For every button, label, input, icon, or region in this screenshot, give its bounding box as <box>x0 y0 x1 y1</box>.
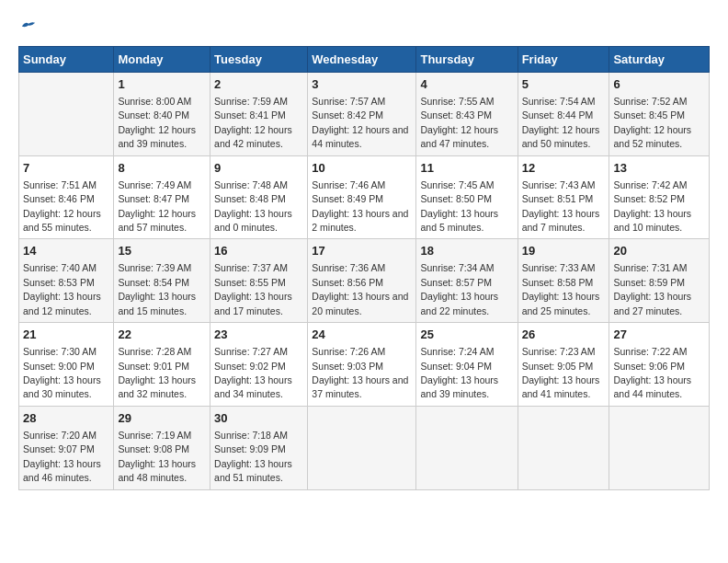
calendar-week-row: 14Sunrise: 7:40 AMSunset: 8:53 PMDayligh… <box>19 239 710 323</box>
day-sunset: Sunset: 8:42 PM <box>312 109 383 121</box>
day-sunrise: Sunrise: 7:20 AM <box>23 430 97 441</box>
calendar-header-row: SundayMondayTuesdayWednesdayThursdayFrid… <box>19 46 710 72</box>
day-number: 5 <box>522 76 606 93</box>
calendar-cell: 27Sunrise: 7:22 AMSunset: 9:06 PMDayligh… <box>609 323 710 407</box>
day-sunset: Sunset: 8:50 PM <box>420 193 492 204</box>
day-number: 22 <box>118 327 206 343</box>
day-daylight: Daylight: 13 hours and 48 minutes. <box>118 458 196 483</box>
day-daylight: Daylight: 13 hours and 39 minutes. <box>420 374 498 399</box>
day-sunrise: Sunrise: 7:46 AM <box>312 179 385 190</box>
calendar-cell <box>609 406 710 489</box>
day-daylight: Daylight: 13 hours and 5 minutes. <box>420 208 498 233</box>
day-number: 30 <box>214 410 303 427</box>
day-number: 27 <box>613 327 705 343</box>
day-number: 7 <box>23 160 109 177</box>
header-thursday: Thursday <box>416 46 518 72</box>
day-sunset: Sunset: 8:59 PM <box>613 277 685 288</box>
day-daylight: Daylight: 12 hours and 55 minutes. <box>23 208 101 233</box>
day-sunrise: Sunrise: 7:19 AM <box>118 430 191 441</box>
day-daylight: Daylight: 13 hours and 12 minutes. <box>23 291 101 316</box>
day-number: 14 <box>23 243 109 259</box>
day-daylight: Daylight: 13 hours and 17 minutes. <box>214 291 292 316</box>
calendar-cell: 10Sunrise: 7:46 AMSunset: 8:49 PMDayligh… <box>308 155 416 239</box>
day-daylight: Daylight: 12 hours and 42 minutes. <box>214 124 292 149</box>
day-number: 23 <box>214 327 303 343</box>
calendar-cell: 14Sunrise: 7:40 AMSunset: 8:53 PMDayligh… <box>19 239 114 323</box>
calendar-cell: 16Sunrise: 7:37 AMSunset: 8:55 PMDayligh… <box>210 239 308 323</box>
day-sunset: Sunset: 8:46 PM <box>23 193 95 204</box>
day-number: 21 <box>23 327 109 343</box>
day-number: 9 <box>214 160 303 177</box>
header-tuesday: Tuesday <box>210 46 308 72</box>
day-daylight: Daylight: 13 hours and 46 minutes. <box>23 458 101 483</box>
day-sunset: Sunset: 9:09 PM <box>214 443 286 454</box>
day-daylight: Daylight: 13 hours and 7 minutes. <box>522 208 600 233</box>
day-sunrise: Sunrise: 7:54 AM <box>522 96 596 107</box>
calendar-cell: 8Sunrise: 7:49 AMSunset: 8:47 PMDaylight… <box>114 155 210 239</box>
day-number: 17 <box>312 243 412 259</box>
day-daylight: Daylight: 13 hours and 34 minutes. <box>214 374 292 399</box>
calendar-cell: 30Sunrise: 7:18 AMSunset: 9:09 PMDayligh… <box>210 406 308 489</box>
day-number: 29 <box>118 410 206 427</box>
day-sunrise: Sunrise: 7:39 AM <box>118 262 191 273</box>
calendar-week-row: 7Sunrise: 7:51 AMSunset: 8:46 PMDaylight… <box>19 155 710 239</box>
calendar-cell <box>308 406 416 489</box>
day-sunset: Sunset: 9:00 PM <box>23 361 95 372</box>
calendar-cell <box>518 406 609 489</box>
calendar-cell: 3Sunrise: 7:57 AMSunset: 8:42 PMDaylight… <box>308 72 416 155</box>
calendar-cell: 28Sunrise: 7:20 AMSunset: 9:07 PMDayligh… <box>19 406 114 489</box>
calendar-cell: 18Sunrise: 7:34 AMSunset: 8:57 PMDayligh… <box>416 239 518 323</box>
day-number: 20 <box>613 243 705 259</box>
day-sunset: Sunset: 8:52 PM <box>613 193 685 204</box>
calendar-week-row: 1Sunrise: 8:00 AMSunset: 8:40 PMDaylight… <box>19 72 710 155</box>
day-sunrise: Sunrise: 7:48 AM <box>214 179 288 190</box>
calendar-cell: 25Sunrise: 7:24 AMSunset: 9:04 PMDayligh… <box>416 323 518 407</box>
day-number: 2 <box>214 76 303 93</box>
page-header <box>18 18 710 37</box>
day-sunset: Sunset: 9:03 PM <box>312 361 383 372</box>
day-daylight: Daylight: 13 hours and 22 minutes. <box>420 291 498 316</box>
day-number: 3 <box>312 76 412 93</box>
day-sunset: Sunset: 8:55 PM <box>214 277 286 288</box>
day-sunset: Sunset: 8:48 PM <box>214 193 286 204</box>
day-sunrise: Sunrise: 7:34 AM <box>420 262 494 273</box>
calendar-cell: 20Sunrise: 7:31 AMSunset: 8:59 PMDayligh… <box>609 239 710 323</box>
day-sunrise: Sunrise: 7:55 AM <box>420 96 494 107</box>
day-daylight: Daylight: 13 hours and 2 minutes. <box>312 208 408 233</box>
day-sunrise: Sunrise: 7:57 AM <box>312 96 385 107</box>
day-sunset: Sunset: 8:56 PM <box>312 277 383 288</box>
day-daylight: Daylight: 13 hours and 37 minutes. <box>312 374 408 399</box>
day-sunset: Sunset: 9:05 PM <box>522 361 594 372</box>
day-sunrise: Sunrise: 7:59 AM <box>214 96 288 107</box>
day-number: 24 <box>312 327 412 343</box>
day-sunset: Sunset: 8:53 PM <box>23 277 95 288</box>
day-sunrise: Sunrise: 7:43 AM <box>522 179 596 190</box>
day-sunrise: Sunrise: 7:33 AM <box>522 262 596 273</box>
calendar-cell: 7Sunrise: 7:51 AMSunset: 8:46 PMDaylight… <box>19 155 114 239</box>
calendar-cell: 4Sunrise: 7:55 AMSunset: 8:43 PMDaylight… <box>416 72 518 155</box>
day-daylight: Daylight: 13 hours and 15 minutes. <box>118 291 196 316</box>
day-daylight: Daylight: 13 hours and 20 minutes. <box>312 291 408 316</box>
day-sunset: Sunset: 8:51 PM <box>522 193 594 204</box>
day-sunset: Sunset: 8:58 PM <box>522 277 594 288</box>
day-sunrise: Sunrise: 7:26 AM <box>312 346 385 357</box>
day-sunrise: Sunrise: 7:49 AM <box>118 179 191 190</box>
logo <box>18 18 37 37</box>
day-number: 18 <box>420 243 513 259</box>
day-daylight: Daylight: 13 hours and 10 minutes. <box>613 208 691 233</box>
day-sunrise: Sunrise: 8:00 AM <box>118 96 191 107</box>
day-sunset: Sunset: 8:47 PM <box>118 193 189 204</box>
day-sunset: Sunset: 8:44 PM <box>522 109 594 121</box>
day-daylight: Daylight: 12 hours and 50 minutes. <box>522 124 600 149</box>
day-number: 15 <box>118 243 206 259</box>
day-number: 8 <box>118 160 206 177</box>
calendar-cell: 13Sunrise: 7:42 AMSunset: 8:52 PMDayligh… <box>609 155 710 239</box>
day-sunset: Sunset: 9:04 PM <box>420 361 492 372</box>
day-sunrise: Sunrise: 7:24 AM <box>420 346 494 357</box>
day-sunset: Sunset: 9:01 PM <box>118 361 189 372</box>
day-sunset: Sunset: 8:41 PM <box>214 109 286 121</box>
day-daylight: Daylight: 13 hours and 30 minutes. <box>23 374 101 399</box>
day-sunset: Sunset: 9:08 PM <box>118 443 189 454</box>
header-saturday: Saturday <box>609 46 710 72</box>
calendar-cell: 19Sunrise: 7:33 AMSunset: 8:58 PMDayligh… <box>518 239 609 323</box>
